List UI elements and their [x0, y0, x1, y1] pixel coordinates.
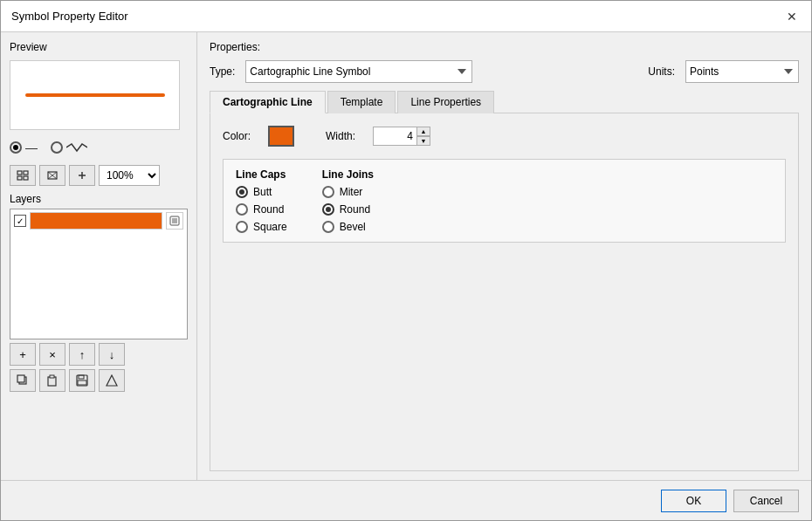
- color-label: Color:: [223, 130, 251, 142]
- tab-line-properties[interactable]: Line Properties: [397, 91, 494, 113]
- symbol-property-editor-dialog: Symbol Property Editor ✕ Preview —: [0, 0, 812, 521]
- svg-rect-14: [17, 375, 24, 382]
- layer-settings-icon: [169, 216, 180, 226]
- move-layer-up-button[interactable]: ↑: [69, 343, 95, 366]
- symbol-options: —: [10, 137, 188, 158]
- ok-button[interactable]: OK: [661, 490, 726, 512]
- tab-cartographic-line[interactable]: Cartographic Line: [210, 91, 326, 113]
- caps-square-radio[interactable]: [236, 221, 248, 233]
- layers-label: Layers: [10, 193, 188, 205]
- width-spin-down[interactable]: ▼: [416, 136, 430, 146]
- solid-line-radio[interactable]: [10, 141, 22, 154]
- layer-preview: [30, 212, 162, 230]
- layers-section: Layers ✓: [10, 193, 188, 471]
- joins-miter-option[interactable]: Miter: [322, 186, 374, 198]
- caps-butt-label: Butt: [253, 186, 272, 198]
- layers-toolbar-row1: + × ↑ ↓: [10, 343, 188, 366]
- add-layer-button[interactable]: +: [10, 343, 36, 366]
- width-label: Width:: [326, 130, 355, 142]
- caps-butt-radio[interactable]: [236, 186, 248, 198]
- cancel-button[interactable]: Cancel: [733, 490, 799, 512]
- tab-content-cartographic-line: Color: Width: 4 ▲ ▼: [210, 113, 799, 471]
- caps-butt-option[interactable]: Butt: [236, 186, 287, 198]
- caps-round-label: Round: [253, 203, 284, 216]
- layer-checkbox[interactable]: ✓: [14, 215, 26, 227]
- type-select[interactable]: Cartographic Line Symbol Simple Line Sym…: [245, 60, 472, 83]
- preview-line: [25, 93, 165, 97]
- type-label: Type:: [210, 65, 235, 78]
- dashed-line-radio[interactable]: [51, 141, 63, 154]
- close-button[interactable]: ✕: [783, 8, 801, 25]
- dashed-line-option[interactable]: [51, 141, 87, 154]
- move-layer-down-button[interactable]: ↓: [99, 343, 125, 366]
- layer-item: ✓: [10, 209, 187, 232]
- remove-layer-button[interactable]: ×: [39, 343, 65, 366]
- units-select[interactable]: Points Millimeters Inches Pixels: [685, 60, 799, 83]
- joins-bevel-option[interactable]: Bevel: [322, 221, 374, 233]
- joins-round-label: Round: [340, 203, 370, 216]
- color-width-row: Color: Width: 4 ▲ ▼: [223, 126, 786, 147]
- svg-rect-18: [79, 375, 84, 379]
- width-spinner: ▲ ▼: [416, 127, 430, 146]
- layers-list: ✓: [10, 209, 188, 339]
- zoom-select[interactable]: 100% 50% 200%: [99, 165, 160, 186]
- layers-toolbar-row2: [10, 369, 188, 392]
- zoom-fit-full-icon: [17, 170, 29, 181]
- save-icon: [76, 374, 88, 387]
- joins-round-option[interactable]: Round: [322, 203, 374, 216]
- fixed-zoom-icon: [76, 170, 88, 181]
- save-layer-button[interactable]: [69, 369, 95, 392]
- svg-rect-16: [50, 375, 54, 378]
- properties-label: Properties:: [210, 41, 799, 53]
- preview-area: [10, 60, 180, 130]
- dialog-footer: OK Cancel: [1, 480, 811, 520]
- svg-marker-20: [107, 375, 117, 386]
- joins-miter-radio[interactable]: [322, 186, 334, 198]
- svg-rect-2: [17, 176, 22, 180]
- zoom-fit-icon: [46, 170, 58, 181]
- copy-icon: [17, 374, 29, 387]
- dialog-body: Preview —: [1, 32, 811, 480]
- line-caps-options: Butt Round Square: [236, 186, 287, 233]
- tabs-container: Cartographic Line Template Line Properti…: [210, 90, 799, 471]
- copy-layer-button[interactable]: [10, 369, 36, 392]
- tab-bar: Cartographic Line Template Line Properti…: [210, 90, 799, 113]
- joins-bevel-radio[interactable]: [322, 221, 334, 233]
- zoom-fit-full-button[interactable]: [10, 165, 36, 186]
- width-input[interactable]: 4: [373, 127, 416, 146]
- info-layer-button[interactable]: [99, 369, 125, 392]
- paste-layer-button[interactable]: [39, 369, 65, 392]
- fixed-zoom-button[interactable]: [69, 165, 95, 186]
- joins-round-radio[interactable]: [322, 203, 334, 216]
- preview-label: Preview: [10, 41, 188, 53]
- line-joins-group: Line Joins Miter Round: [322, 168, 374, 233]
- info-icon: [106, 374, 118, 387]
- tab-template[interactable]: Template: [327, 91, 396, 113]
- joins-bevel-label: Bevel: [340, 221, 366, 233]
- joins-miter-label: Miter: [340, 186, 363, 198]
- caps-joins-box: Line Caps Butt Round: [223, 159, 786, 243]
- svg-rect-19: [78, 380, 86, 385]
- color-swatch[interactable]: [268, 126, 294, 147]
- left-panel: Preview —: [1, 32, 197, 480]
- solid-line-icon: —: [25, 141, 38, 154]
- caps-round-radio[interactable]: [236, 203, 248, 216]
- caps-round-option[interactable]: Round: [236, 203, 287, 216]
- solid-line-option[interactable]: —: [10, 141, 38, 154]
- line-joins-options: Miter Round Bevel: [322, 186, 374, 233]
- title-bar: Symbol Property Editor ✕: [1, 1, 811, 32]
- paste-icon: [46, 374, 58, 387]
- line-joins-label: Line Joins: [322, 168, 374, 181]
- svg-rect-0: [17, 171, 22, 175]
- line-caps-label: Line Caps: [236, 168, 287, 181]
- caps-square-option[interactable]: Square: [236, 221, 287, 233]
- svg-rect-1: [24, 171, 28, 175]
- type-row: Type: Cartographic Line Symbol Simple Li…: [210, 60, 799, 83]
- line-caps-group: Line Caps Butt Round: [236, 168, 287, 233]
- right-panel: Properties: Type: Cartographic Line Symb…: [197, 32, 811, 480]
- layer-settings-button[interactable]: [166, 212, 183, 230]
- zoom-controls: 100% 50% 200%: [10, 165, 188, 186]
- dialog-title: Symbol Property Editor: [11, 10, 128, 23]
- zoom-fit-button[interactable]: [39, 165, 65, 186]
- width-spin-up[interactable]: ▲: [416, 127, 430, 136]
